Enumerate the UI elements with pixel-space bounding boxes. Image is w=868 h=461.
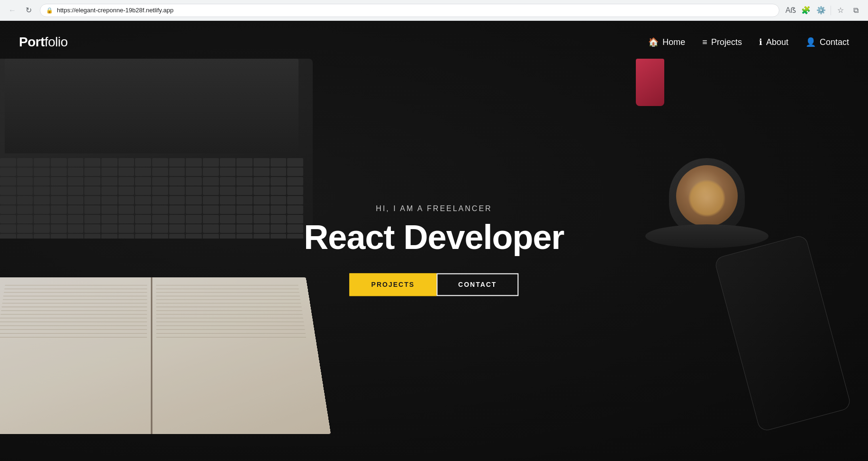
keyboard-key xyxy=(253,158,270,167)
keyboard-key xyxy=(271,168,287,176)
nav-link-contact[interactable]: 👤 Contact xyxy=(805,37,849,47)
back-button[interactable]: ← xyxy=(6,4,19,17)
keyboard-key xyxy=(287,168,303,176)
navbar: Portfolio 🏠 Home ≡ Projects ℹ About xyxy=(0,21,868,63)
keyboard-key xyxy=(271,158,287,167)
nav-item-about: ℹ About xyxy=(759,37,788,47)
keyboard-key xyxy=(236,205,253,214)
keyboard-key xyxy=(236,224,253,233)
keyboard-key xyxy=(101,205,118,214)
keyboard-key xyxy=(186,168,202,176)
keyboard-key xyxy=(101,196,118,204)
font-settings-button[interactable]: Aẞ xyxy=(784,4,797,17)
keyboard-key xyxy=(51,186,67,195)
settings-button[interactable]: ⚙️ xyxy=(814,4,828,17)
keyboard-key xyxy=(135,205,151,214)
contact-button[interactable]: CONTACT xyxy=(436,274,518,296)
book-lines-left xyxy=(0,285,147,424)
site-logo[interactable]: Portfolio xyxy=(19,35,68,50)
keyboard-key xyxy=(51,215,67,223)
keyboard-key xyxy=(68,234,84,239)
keyboard-key xyxy=(186,234,202,239)
keyboard-key xyxy=(220,168,236,176)
keyboard-key xyxy=(271,186,287,195)
sidebar-button[interactable]: ⧉ xyxy=(849,4,862,17)
keyboard-key xyxy=(68,168,84,176)
keyboard-key xyxy=(0,177,16,186)
keyboard-key xyxy=(84,234,100,239)
keyboard-key xyxy=(186,186,202,195)
nav-item-home: 🏠 Home xyxy=(648,37,685,47)
keyboard-key xyxy=(203,205,219,214)
keyboard-key xyxy=(34,205,50,214)
nav-links: 🏠 Home ≡ Projects ℹ About 👤 Cont xyxy=(648,37,849,47)
keyboard-key xyxy=(287,158,303,167)
keyboard-key xyxy=(169,205,185,214)
keyboard-key xyxy=(271,234,287,239)
keyboard-key xyxy=(186,215,202,223)
favorites-button[interactable]: ☆ xyxy=(834,4,847,17)
nav-label-contact: Contact xyxy=(820,37,849,47)
keyboard-key xyxy=(51,196,67,204)
keyboard-key xyxy=(152,215,168,223)
nav-link-home[interactable]: 🏠 Home xyxy=(648,37,685,47)
keyboard-key xyxy=(34,168,50,176)
cup-body xyxy=(669,158,745,234)
keyboard-key xyxy=(220,177,236,186)
keyboard-key xyxy=(34,158,50,167)
keyboard-key xyxy=(169,234,185,239)
keyboard-key xyxy=(287,215,303,223)
keyboard-key xyxy=(0,158,16,167)
address-bar[interactable]: 🔒 https://elegant-creponne-19b28f.netlif… xyxy=(40,4,779,17)
keyboard-key xyxy=(135,234,151,239)
keyboard-key xyxy=(236,234,253,239)
keyboard-key xyxy=(253,224,270,233)
keyboard-key xyxy=(203,234,219,239)
keyboard-key xyxy=(287,234,303,239)
keyboard-key xyxy=(203,224,219,233)
keyboard-key xyxy=(118,177,135,186)
nav-item-projects: ≡ Projects xyxy=(702,37,742,47)
keyboard-key xyxy=(236,186,253,195)
keyboard-key xyxy=(118,205,135,214)
keyboard-key xyxy=(253,215,270,223)
keyboard-key xyxy=(220,215,236,223)
keyboard-key xyxy=(220,234,236,239)
keyboard-key xyxy=(68,177,84,186)
keyboard-key xyxy=(118,186,135,195)
keyboard-key xyxy=(271,177,287,186)
reload-button[interactable]: ↻ xyxy=(22,4,35,17)
nav-link-projects[interactable]: ≡ Projects xyxy=(702,37,742,47)
keyboard-key xyxy=(253,196,270,204)
keyboard-key xyxy=(118,196,135,204)
keyboard-key xyxy=(186,158,202,167)
browser-right-icons: Aẞ 🧩 ⚙️ ☆ ⧉ xyxy=(784,4,862,17)
cup-saucer xyxy=(645,224,769,248)
keyboard-key xyxy=(34,196,50,204)
keyboard-key xyxy=(101,177,118,186)
keyboard-key xyxy=(84,177,100,186)
coffee-cup xyxy=(641,115,773,248)
keyboard-key xyxy=(236,158,253,167)
home-icon: 🏠 xyxy=(648,37,659,47)
keyboard-key xyxy=(34,177,50,186)
keyboard-key xyxy=(68,186,84,195)
laptop: // Generate keyboard keys via script aft… xyxy=(0,59,313,239)
keyboard-key xyxy=(17,196,33,204)
keyboard-key xyxy=(118,234,135,239)
nav-label-projects: Projects xyxy=(711,37,742,47)
about-icon: ℹ xyxy=(759,37,762,47)
keyboard-key xyxy=(236,168,253,176)
projects-button[interactable]: PROJECTS xyxy=(350,274,436,296)
keyboard-key xyxy=(253,168,270,176)
keyboard-key xyxy=(271,215,287,223)
keyboard-key xyxy=(51,224,67,233)
keyboard-key xyxy=(287,196,303,204)
keyboard-key xyxy=(0,168,16,176)
logo-light: folio xyxy=(45,35,68,49)
keyboard-key xyxy=(118,215,135,223)
nav-link-about[interactable]: ℹ About xyxy=(759,37,788,47)
keyboard-key xyxy=(0,215,16,223)
extensions-button[interactable]: 🧩 xyxy=(799,4,813,17)
keyboard-key xyxy=(101,186,118,195)
